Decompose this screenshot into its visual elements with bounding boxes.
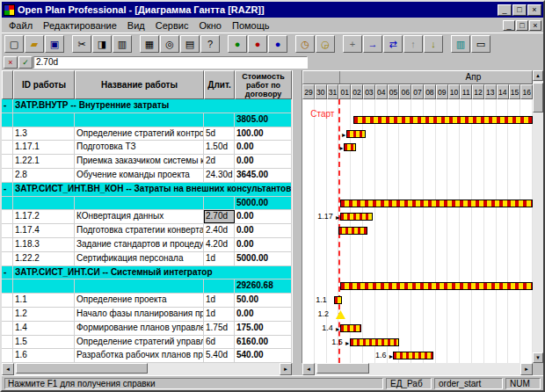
- duration-cell[interactable]: 2d: [204, 155, 235, 168]
- id-cell[interactable]: [13, 197, 75, 210]
- summary-row[interactable]: 3805.00: [2, 113, 292, 127]
- table-scroll-right-icon[interactable]: ►: [280, 363, 292, 375]
- time-analysis-button[interactable]: ●: [228, 35, 247, 53]
- duration-cell[interactable]: [204, 113, 235, 127]
- restore-button[interactable]: □: [512, 4, 527, 16]
- cost-cell[interactable]: 50.00: [235, 294, 292, 307]
- task-row[interactable]: 1.4Формирование планов управления1.75d17…: [2, 322, 292, 336]
- name-cell[interactable]: Подготовка стратегии конвертации: [75, 224, 204, 237]
- column-header-name[interactable]: Название работы: [75, 70, 204, 99]
- copy-button[interactable]: ◨: [92, 35, 112, 53]
- properties-button[interactable]: ▤: [180, 35, 200, 53]
- task-row[interactable]: 1.18.3Задание стандартов и процедур по д…: [2, 238, 292, 252]
- minimize-button[interactable]: _: [498, 4, 512, 16]
- task-bar[interactable]: [393, 352, 433, 359]
- task-bar[interactable]: [334, 296, 343, 304]
- table-scroll-left-icon[interactable]: ◄: [2, 363, 14, 375]
- table-scroll-thumb[interactable]: [16, 363, 148, 374]
- id-cell[interactable]: 1.2: [13, 308, 75, 321]
- gantt-scroll-left-icon[interactable]: ◄: [302, 363, 315, 375]
- menu-item-Сервис[interactable]: Сервис: [150, 19, 194, 32]
- name-cell[interactable]: [75, 279, 204, 293]
- cost-cell[interactable]: 5000.00: [235, 252, 292, 265]
- expand-cell[interactable]: -: [2, 183, 13, 196]
- task-row[interactable]: 1.22.1Приемка заказчиком системы клиент2…: [2, 155, 292, 169]
- cost-cell[interactable]: 5000.00: [235, 197, 292, 210]
- indent-button[interactable]: ↓: [424, 35, 443, 53]
- id-cell[interactable]: [13, 113, 75, 127]
- vertical-scroll-thumb[interactable]: [533, 83, 543, 113]
- expand-cell[interactable]: -: [2, 266, 13, 279]
- clock-button[interactable]: ◷: [295, 35, 315, 53]
- cost-cell[interactable]: 29260.68: [235, 279, 292, 293]
- print-button[interactable]: ▦: [140, 35, 159, 53]
- task-bar[interactable]: [338, 227, 367, 235]
- preview-button[interactable]: ◎: [160, 35, 179, 53]
- task-row[interactable]: 1.2Начало фазы планирования проекта1d0.0…: [2, 308, 292, 322]
- task-row[interactable]: 1.5Определение стратегий управления и6d6…: [2, 336, 292, 350]
- cost-cell[interactable]: 0.00: [235, 238, 292, 251]
- name-cell[interactable]: [75, 113, 204, 127]
- mdi-minimize-button[interactable]: _: [503, 20, 515, 31]
- outdent-button[interactable]: ↑: [403, 35, 423, 53]
- schedule-clock-button[interactable]: ◶: [316, 35, 335, 53]
- menu-item-Файл[interactable]: Файл: [4, 19, 38, 32]
- summary-bar[interactable]: [353, 116, 533, 124]
- task-bar[interactable]: [346, 130, 366, 138]
- table-scroll-track[interactable]: [14, 363, 280, 375]
- link-button[interactable]: →: [363, 35, 382, 53]
- name-cell[interactable]: Обучение команды проекта: [75, 169, 204, 182]
- table-horizontal-scrollbar[interactable]: ◄ ►: [2, 363, 292, 375]
- resource-analysis-button[interactable]: ●: [248, 35, 267, 53]
- name-cell[interactable]: Формирование планов управления: [75, 322, 204, 335]
- id-cell[interactable]: [13, 279, 75, 293]
- task-row[interactable]: 1.1Определение проекта1d50.00: [2, 294, 292, 308]
- duration-cell[interactable]: 6d: [204, 336, 235, 349]
- column-header-id[interactable]: ID работы: [13, 70, 75, 99]
- summary-bar[interactable]: [340, 200, 533, 207]
- column-header-cost[interactable]: Стоимость работ по договору: [235, 70, 292, 99]
- id-cell[interactable]: 2.8: [13, 169, 75, 182]
- duration-cell[interactable]: 1.50d: [204, 141, 235, 154]
- task-row[interactable]: 1.17.4Подготовка стратегии конвертации2.…: [2, 224, 292, 238]
- duration-cell[interactable]: 2.70d: [204, 210, 235, 223]
- cost-cell[interactable]: 0.00: [235, 141, 292, 154]
- task-row[interactable]: 1.6Разработка рабочих планов проекта5.40…: [2, 349, 292, 363]
- menu-item-Помощь[interactable]: Помощь: [227, 19, 275, 32]
- task-bar[interactable]: [340, 213, 373, 221]
- cost-cell[interactable]: 0.00: [235, 155, 292, 168]
- cost-cell[interactable]: 6160.00: [235, 336, 292, 349]
- add-activity-button[interactable]: +: [343, 35, 362, 53]
- name-cell[interactable]: Определение стратегий управления и: [75, 336, 204, 349]
- duration-cell[interactable]: 24.30d: [204, 169, 235, 182]
- menu-item-Редактирование[interactable]: Редактирование: [38, 19, 122, 32]
- summary-row[interactable]: 29260.68: [2, 279, 292, 294]
- gantt-scroll-right-icon[interactable]: ►: [520, 363, 533, 375]
- task-bar[interactable]: [340, 324, 361, 332]
- duration-cell[interactable]: 5.40d: [204, 349, 235, 362]
- gantt-scroll-thumb[interactable]: [316, 363, 369, 374]
- task-row[interactable]: 1.22.2Сертификация персонала1d5000.00: [2, 252, 292, 266]
- name-cell[interactable]: Подготовка ТЗ: [75, 141, 204, 154]
- name-cell[interactable]: Приемка заказчиком системы клиент: [75, 155, 204, 168]
- gantt-scroll-track[interactable]: [315, 363, 520, 375]
- cost-cell[interactable]: 3645.00: [235, 169, 292, 182]
- task-row[interactable]: 1.3Определение стратегий контроля и отч5…: [2, 127, 292, 142]
- section-row[interactable]: -ЗАТР.СИСТ_ИНТ.СИ -- Системный интеграто…: [2, 266, 292, 280]
- task-bar[interactable]: [344, 143, 356, 151]
- id-cell[interactable]: 1.5: [13, 336, 75, 349]
- cost-cell[interactable]: 0.00: [235, 224, 292, 237]
- duration-cell[interactable]: 2.40d: [204, 224, 235, 237]
- task-row[interactable]: 2.8Обучение команды проекта24.30d3645.00: [2, 169, 292, 183]
- id-cell[interactable]: 1.6: [13, 349, 75, 362]
- id-cell[interactable]: 1.17.4: [13, 224, 75, 237]
- scroll-up-icon[interactable]: ▲: [533, 70, 543, 81]
- column-header-duration[interactable]: Длит.: [204, 70, 235, 99]
- expand-cell[interactable]: -: [2, 99, 13, 113]
- cost-analysis-button[interactable]: ●: [268, 35, 287, 53]
- duration-cell[interactable]: 1d: [204, 308, 235, 321]
- name-cell[interactable]: Сертификация персонала: [75, 252, 204, 265]
- duration-cell[interactable]: [204, 197, 235, 210]
- duration-cell[interactable]: 1d: [204, 252, 235, 265]
- cost-cell[interactable]: 0.00: [235, 210, 292, 223]
